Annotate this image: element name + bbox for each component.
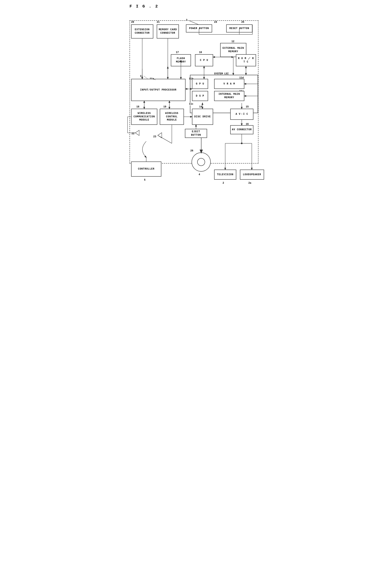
controller-block: CONTROLLER: [131, 161, 161, 177]
reset-button-block: RESET BUTTON: [226, 24, 252, 32]
label-2a: 2a: [248, 182, 251, 185]
loudspeaker-block: LOUDSPEAKER: [240, 170, 264, 180]
io-processor-block: INPUT/OUTPUT PROCESSOR: [131, 79, 185, 101]
label-26: 26: [190, 149, 193, 152]
wireless-comm-module-block: WIRELESS COMMUNICATION MODULE: [131, 109, 157, 125]
label-4: 4: [199, 173, 200, 176]
label-2: 2: [223, 182, 224, 185]
figure-title: F I G . 2: [129, 4, 265, 9]
memory-card-connector-block: MEMORY CARD CONNECTOR: [157, 24, 179, 39]
disc-drive-block: DISC DRIVE: [192, 109, 213, 125]
extension-connector-block: EXTENSION CONNECTOR: [131, 24, 153, 39]
label-11c: 11c: [189, 103, 193, 105]
eject-button-block: EJECT BUTTON: [185, 129, 207, 138]
disc-inner: [197, 158, 205, 166]
label-11: 11: [140, 75, 143, 78]
label-22: 22: [132, 132, 134, 135]
av-ic-block: A V－I C: [230, 109, 253, 120]
television-block: TELEVISION: [214, 170, 236, 180]
label-18: 18: [136, 105, 139, 108]
label-12: 12: [231, 40, 234, 43]
page: F I G . 2 20 21 3 24 25 EXTENSION CONNEC…: [127, 4, 265, 210]
label-19: 19: [163, 105, 166, 108]
rom-rtc-block: R O M ／ R T C: [236, 54, 256, 66]
label-10: 10: [199, 51, 202, 54]
internal-main-memory-block: INTERNAL MAIN MEMORY: [214, 91, 244, 101]
label-15: 15: [246, 105, 249, 108]
label-17: 17: [176, 51, 179, 54]
dsp-block: D S P: [192, 91, 208, 101]
av-connector-block: AV CONNECTOR: [230, 125, 253, 134]
label-14: 14: [199, 105, 202, 108]
wireless-control-module-block: WIRELESS CONTROL MODULE: [160, 109, 184, 125]
power-button-block: POWER BUTTON: [186, 24, 212, 32]
label-23: 23: [153, 135, 156, 138]
gpu-block: G P U: [192, 79, 208, 89]
flash-memory-block: FLASH MEMORY: [171, 54, 191, 66]
diagram: 20 21 3 24 25 EXTENSION CONNECTOR MEMORY…: [127, 12, 265, 210]
cpu-block: C P U: [195, 54, 213, 66]
label-5: 5: [144, 179, 145, 181]
vram-block: V R A M: [214, 79, 244, 89]
